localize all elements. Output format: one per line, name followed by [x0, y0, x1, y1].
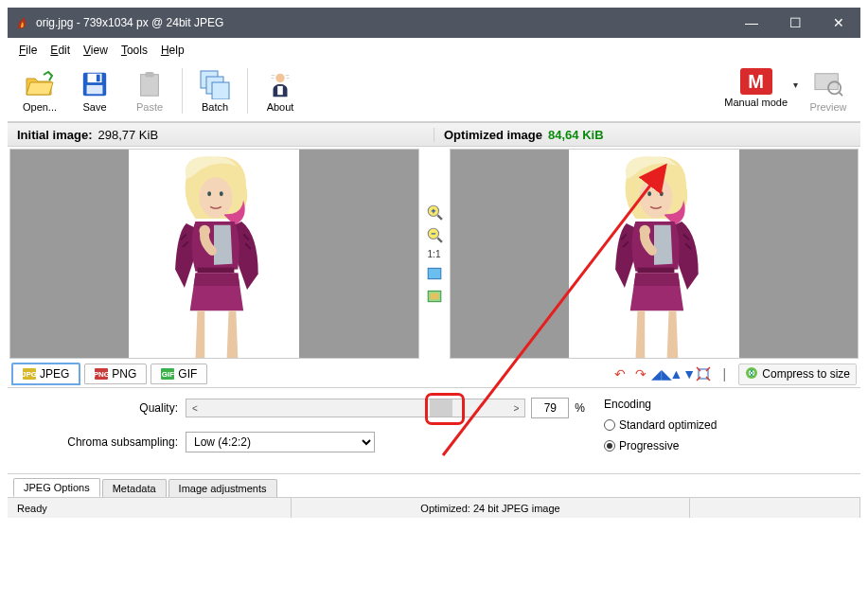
optimized-image-label: Optimized image	[444, 128, 542, 142]
png-icon: PNG	[95, 368, 108, 380]
optimized-image	[569, 150, 739, 358]
app-icon	[15, 15, 30, 30]
svg-line-13	[839, 92, 842, 96]
svg-rect-2	[97, 75, 100, 82]
svg-point-9	[275, 74, 284, 82]
mode-dropdown-arrow-icon[interactable]: ▾	[791, 68, 800, 109]
tab-jpeg[interactable]: JPG JPEG	[11, 363, 80, 385]
maximize-button[interactable]: ☐	[773, 8, 817, 38]
svg-point-33	[660, 191, 664, 196]
svg-point-15	[200, 177, 233, 218]
chroma-select[interactable]: Low (4:2:2)	[186, 432, 375, 452]
paste-icon	[133, 69, 166, 99]
initial-image-label: Initial image:	[17, 128, 92, 142]
fit-width-icon[interactable]	[426, 265, 443, 282]
app-window: orig.jpg - 739x1034 px @ 24bit JPEG — ☐ …	[0, 0, 868, 603]
svg-point-19	[200, 225, 211, 237]
menu-edit[interactable]: Edit	[44, 42, 76, 59]
slider-left-arrow-icon[interactable]: <	[186, 399, 204, 417]
svg-line-25	[437, 238, 442, 242]
optimized-preview-pane[interactable]	[450, 149, 859, 359]
chroma-label: Chroma subsampling:	[27, 435, 178, 449]
titlebar: orig.jpg - 739x1034 px @ 24bit JPEG — ☐ …	[8, 8, 860, 38]
svg-rect-4	[141, 75, 159, 97]
svg-rect-5	[145, 72, 153, 78]
tab-metadata[interactable]: Metadata	[102, 479, 167, 497]
tab-gif[interactable]: GIF GIF	[151, 364, 207, 384]
window-title: orig.jpg - 739x1034 px @ 24bit JPEG	[36, 16, 730, 29]
save-icon	[79, 69, 111, 99]
optimized-image-size: 84,64 KiB	[548, 128, 604, 142]
jpeg-options-panel: Quality: < > % Chroma subsampling: Low (…	[8, 387, 860, 474]
menu-help[interactable]: Help	[155, 42, 190, 59]
zoom-in-icon[interactable]	[426, 204, 443, 221]
preview-controls: 1:1	[421, 147, 448, 361]
status-right	[690, 498, 860, 518]
menu-tools[interactable]: Tools	[115, 42, 153, 59]
close-button[interactable]: ✕	[817, 8, 860, 38]
encoding-progressive-radio[interactable]: Progressive	[604, 439, 822, 452]
gif-icon: GIF	[161, 368, 174, 380]
format-tabs: JPG JPEG PNG PNG GIF GIF ↶ ↷ ◢◣ ▲▼ | Com…	[8, 361, 860, 387]
quality-slider-thumb[interactable]	[430, 399, 452, 417]
paste-button[interactable]: Paste	[123, 66, 176, 115]
jpeg-icon: JPG	[23, 368, 36, 380]
about-button[interactable]: About	[254, 66, 307, 115]
status-optimized: Optimized: 24 bit JPEG image	[292, 498, 690, 518]
status-ready: Ready	[8, 498, 292, 518]
flip-vertical-icon[interactable]: ▲▼	[673, 364, 692, 383]
preview-icon	[812, 69, 844, 99]
batch-icon	[199, 69, 231, 99]
svg-rect-18	[198, 268, 235, 274]
initial-preview-pane[interactable]	[9, 149, 419, 359]
flip-horizontal-icon[interactable]: ◢◣	[652, 364, 671, 383]
radio-selected-icon	[604, 440, 615, 452]
tab-png[interactable]: PNG PNG	[84, 364, 147, 384]
open-button[interactable]: Open...	[13, 66, 66, 115]
batch-button[interactable]: Batch	[188, 66, 241, 115]
radio-icon	[604, 419, 615, 431]
initial-image-size: 298,77 KiB	[97, 128, 158, 142]
quality-slider[interactable]: < >	[186, 399, 525, 417]
rotate-ccw-icon[interactable]: ↶	[611, 364, 629, 383]
quality-label: Quality:	[27, 401, 178, 415]
toolbar-separator-2	[247, 68, 248, 114]
minimize-button[interactable]: —	[730, 8, 773, 38]
svg-rect-29	[430, 293, 438, 299]
menu-view[interactable]: View	[78, 42, 114, 59]
svg-point-35	[639, 225, 650, 237]
statusbar: Ready Optimized: 24 bit JPEG image	[8, 497, 860, 518]
svg-rect-34	[637, 268, 674, 274]
menu-file[interactable]: File	[13, 42, 43, 59]
save-button[interactable]: Save	[68, 66, 121, 115]
svg-point-31	[639, 177, 672, 218]
svg-rect-27	[428, 268, 441, 278]
svg-point-32	[647, 191, 651, 196]
zoom-ratio[interactable]: 1:1	[428, 249, 441, 259]
svg-rect-8	[212, 82, 229, 99]
compress-to-size-button[interactable]: Compress to size	[738, 364, 857, 385]
preview-button[interactable]: Preview	[802, 66, 855, 115]
encoding-standard-radio[interactable]: Standard optimized	[604, 418, 822, 432]
svg-point-17	[220, 191, 223, 196]
mode-button[interactable]: M Manual mode	[722, 66, 789, 110]
quality-value-input[interactable]	[531, 398, 569, 418]
tab-image-adjustments[interactable]: Image adjustments	[168, 479, 277, 497]
preview-row: 1:1	[8, 147, 860, 361]
slider-right-arrow-icon[interactable]: >	[507, 399, 524, 417]
divider: |	[715, 364, 734, 383]
svg-point-16	[207, 191, 211, 196]
tab-jpeg-options[interactable]: JPEG Options	[13, 478, 100, 497]
compress-icon	[745, 366, 758, 382]
rotate-cw-icon[interactable]: ↷	[631, 364, 650, 383]
initial-image	[129, 150, 299, 358]
mode-m-icon: M	[740, 68, 772, 95]
resize-icon[interactable]	[694, 364, 713, 383]
open-icon	[24, 69, 56, 99]
menubar: File Edit View Tools Help	[8, 38, 860, 62]
about-icon	[264, 69, 296, 99]
fit-screen-icon[interactable]	[426, 288, 443, 305]
toolbar-separator	[182, 68, 183, 114]
zoom-out-icon[interactable]	[426, 226, 443, 243]
size-bar: Initial image: 298,77 KiB Optimized imag…	[8, 122, 860, 147]
